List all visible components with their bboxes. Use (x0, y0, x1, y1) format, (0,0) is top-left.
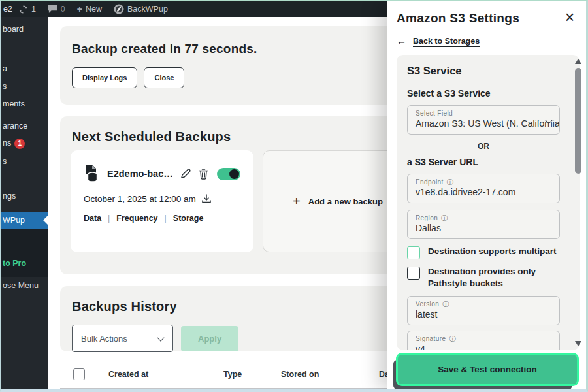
table-header-divider (60, 388, 426, 389)
new-content-menu[interactable]: + New (71, 1, 108, 17)
select-all-checkbox[interactable] (73, 368, 85, 380)
sidebar-item-upgrade-pro[interactable]: to Pro (3, 259, 26, 268)
info-icon[interactable]: ⓘ (442, 301, 449, 308)
history-section-title: Backups History (72, 299, 414, 314)
s3-service-select[interactable]: Select Field Amazon S3: US West (N. Cali… (407, 105, 560, 135)
active-menu-arrow (43, 216, 48, 225)
comments-menu[interactable]: 0 (42, 1, 71, 17)
site-name-fragment[interactable]: e2 (1, 5, 12, 14)
sidebar-item-settings[interactable]: ngs (3, 191, 16, 201)
column-created-at[interactable]: Created at (108, 370, 148, 379)
history-table-header: Created at Type Stored on Da (60, 367, 426, 387)
pathstyle-checkbox[interactable] (407, 267, 420, 280)
or-separator: OR (407, 142, 560, 151)
wp-admin-bar: e2 1 0 + New BackWPup (1, 1, 387, 17)
backup-file-database-icon (84, 165, 101, 183)
job-storage-link[interactable]: Storage (173, 214, 204, 223)
download-backup-icon[interactable] (201, 193, 212, 204)
display-logs-button[interactable]: Display Logs (72, 67, 137, 88)
scroll-down-arrow-icon[interactable] (575, 341, 581, 346)
link-separator: | (165, 214, 167, 223)
updates-icon (18, 5, 28, 14)
s3-service-heading: S3 Service (407, 65, 560, 77)
backup-job-name: E2demo-bac… (107, 169, 173, 179)
updates-count: 1 (31, 5, 36, 14)
region-field[interactable]: Regionⓘ Dallas (407, 210, 560, 239)
s3-settings-scroll-area: S3 Service Select a S3 Service Select Fi… (397, 55, 580, 350)
panel-scrollbar[interactable] (574, 57, 582, 348)
job-data-link[interactable]: Data (84, 214, 101, 223)
notice-title: Backup created in 77 seconds. (72, 42, 414, 56)
sidebar-item-plugins[interactable]: ns1 (3, 139, 25, 149)
sidebar-item-dashboard[interactable]: board (3, 25, 24, 34)
sidebar-item-comments[interactable]: ments (3, 99, 25, 108)
info-icon[interactable]: ⓘ (441, 215, 448, 221)
link-separator: | (108, 214, 110, 223)
multipart-checkbox[interactable] (407, 246, 420, 259)
save-test-connection-button[interactable]: Save & Test connection (398, 355, 577, 384)
info-icon[interactable]: ⓘ (447, 179, 453, 186)
chevron-down-icon (157, 334, 164, 341)
back-to-storages-link[interactable]: ← Back to Storages (397, 36, 480, 46)
backwpup-label: BackWPup (127, 5, 168, 14)
sidebar-item-media[interactable]: a (3, 64, 7, 73)
delete-job-trash-icon[interactable] (198, 168, 209, 180)
arrow-left-icon: ← (397, 36, 406, 46)
server-url-heading: a S3 Server URL (407, 157, 560, 167)
edit-job-pencil-icon[interactable] (180, 168, 191, 180)
close-panel-icon[interactable]: × (561, 9, 578, 26)
sidebar-item-users[interactable]: s (3, 157, 7, 166)
backwpup-logo-icon (114, 4, 124, 14)
job-enabled-toggle[interactable] (217, 168, 240, 180)
pathstyle-checkbox-row[interactable]: Destination provides only Pathstyle buck… (407, 266, 560, 289)
signature-field[interactable]: Signatureⓘ v4 (407, 331, 560, 350)
comment-bubble-icon (48, 5, 57, 14)
version-field[interactable]: Versionⓘ latest (407, 296, 560, 325)
amazon-s3-settings-panel: Amazon S3 Settings × ← Back to Storages … (387, 1, 586, 389)
next-scheduled-backups-section: Next Scheduled Backups E2demo-bac… (60, 116, 426, 274)
job-frequency-link[interactable]: Frequency (116, 214, 157, 223)
endpoint-field[interactable]: Endpointⓘ v1e8.da.idrivee2-17.com (407, 174, 560, 203)
version-value: latest (416, 309, 551, 319)
comments-count: 0 (61, 5, 65, 14)
bulk-actions-select[interactable]: Bulk Actions (72, 325, 173, 352)
column-type[interactable]: Type (223, 370, 242, 379)
plus-icon: + (77, 4, 82, 14)
apply-button[interactable]: Apply (181, 326, 238, 351)
job-next-run-datetime: October 1, 2025 at 12:00 am (84, 194, 196, 204)
plugins-update-badge: 1 (14, 139, 25, 149)
backup-job-card: E2demo-bac… October 1, 2025 at 12:00 am (71, 150, 253, 252)
signature-value: v4 (416, 344, 551, 350)
sidebar-item-pages[interactable]: s (3, 82, 7, 91)
column-stored-on[interactable]: Stored on (281, 370, 319, 379)
scrollbar-thumb[interactable] (575, 68, 581, 174)
new-label: New (86, 5, 102, 14)
multipart-checkbox-row[interactable]: Destination supports multipart (407, 246, 560, 259)
backwpup-adminbar-menu[interactable]: BackWPup (108, 1, 174, 17)
info-icon[interactable]: ⓘ (449, 336, 455, 342)
sidebar-collapse-menu[interactable]: ose Menu (3, 281, 39, 290)
endpoint-value: v1e8.da.idrivee2-17.com (416, 187, 551, 197)
s3-service-selected-value: Amazon S3: US West (N. California (416, 118, 551, 129)
backups-history-section: Backups History Bulk Actions Apply (60, 286, 426, 351)
panel-title: Amazon S3 Settings (397, 11, 519, 25)
backup-success-notice: Backup created in 77 seconds. Display Lo… (60, 26, 426, 105)
browser-viewport: e2 1 0 + New BackWPup board a s men (0, 0, 588, 392)
close-notice-button[interactable]: Close (144, 67, 184, 88)
updates-menu[interactable]: 1 (12, 1, 42, 17)
sidebar-item-backwpup-active[interactable]: WPup (1, 212, 48, 229)
region-value: Dallas (416, 223, 551, 233)
plus-icon: + (293, 195, 301, 208)
backwpup-submenu (1, 229, 48, 277)
scheduled-section-title: Next Scheduled Backups (72, 129, 414, 144)
select-service-heading: Select a S3 Service (407, 88, 560, 99)
wp-sidebar-menu: board a s ments arance ns1 s ngs WPup to… (1, 17, 48, 389)
sidebar-item-appearance[interactable]: arance (3, 122, 27, 131)
toggle-knob (229, 169, 239, 179)
scroll-up-arrow-icon[interactable] (575, 59, 581, 64)
